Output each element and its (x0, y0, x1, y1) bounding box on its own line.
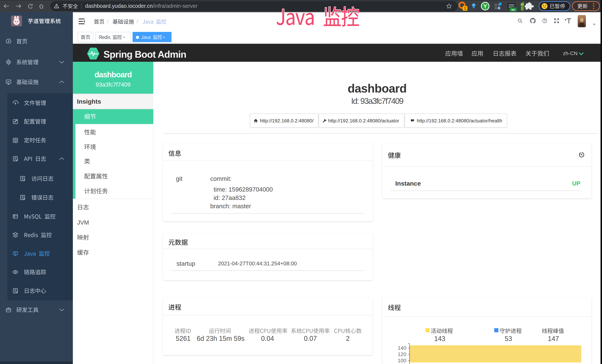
svg-text:on: on (511, 8, 515, 11)
svg-text:1: 1 (464, 6, 466, 11)
